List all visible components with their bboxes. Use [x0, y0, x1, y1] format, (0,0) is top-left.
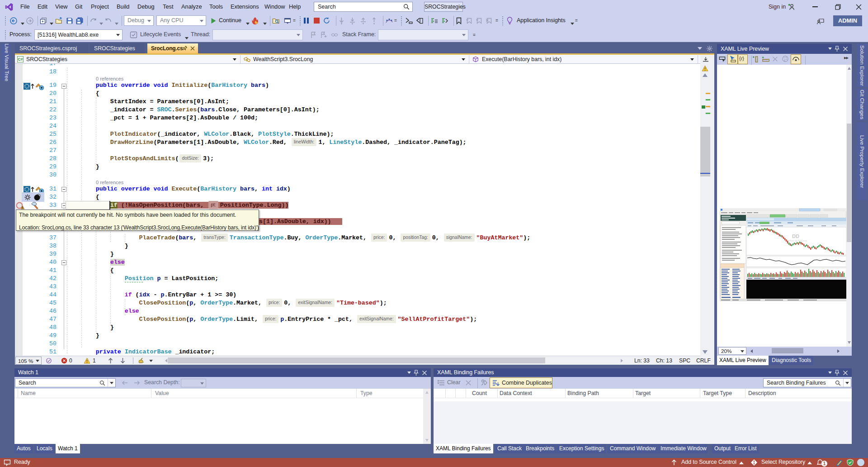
svg-text:DuPont de Nemours: DuPont de Nemours	[787, 239, 807, 242]
svg-text:DD: DD	[792, 234, 799, 239]
